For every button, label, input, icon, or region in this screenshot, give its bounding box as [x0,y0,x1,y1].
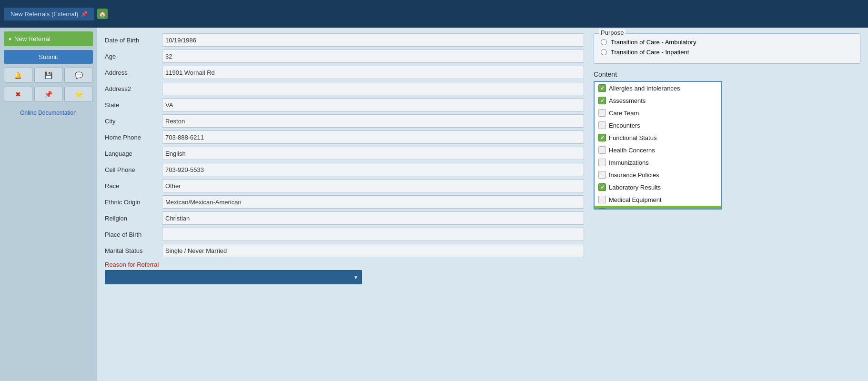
sidebar: New Referral Submit 🔔 💾 💬 ✖ 📌 ⭐ Online D… [0,28,97,381]
content-items-container: Allergies and IntolerancesAssessmentsCar… [595,82,721,210]
content-item-label-10: Medications [609,209,642,210]
dob-field[interactable] [162,33,584,47]
purpose-radio-0[interactable] [601,39,607,45]
content-item-label-2: Care Team [609,110,639,117]
content-item-4[interactable]: Functional Status [595,131,721,144]
form-row-race-field: Race [105,179,584,192]
marital-status-field[interactable] [162,244,584,257]
content-item-0[interactable]: Allergies and Intolerances [595,82,721,94]
content-item-1[interactable]: Assessments [595,94,721,107]
form-row-address2-field: Address2 [105,82,584,95]
content-item-label-7: Insurance Policies [609,171,659,179]
content-section: Content Allergies and IntolerancesAssess… [594,70,860,210]
ethnic-origin-field[interactable] [162,195,584,209]
content-item-9[interactable]: Medical Equipment [595,193,721,206]
city-field[interactable] [162,114,584,128]
content-item-2[interactable]: Care Team [595,107,721,119]
comment-button[interactable]: 💬 [64,68,93,83]
label-address2-field: Address2 [105,85,162,92]
save-button[interactable]: 💾 [34,68,63,83]
form-row-place-of-birth-field: Place of Birth [105,228,584,241]
content-label: Content [594,70,860,78]
toolbar-row-2: ✖ 📌 ⭐ [4,87,93,102]
form-row-language-field: Language [105,147,584,160]
label-home-phone-field: Home Phone [105,134,162,141]
purpose-options: Transition of Care - AmbulatoryTransitio… [601,39,853,56]
purpose-radio-1[interactable] [601,49,607,55]
content-checkbox-1 [598,97,606,104]
content-item-8[interactable]: Laboratory Results [595,181,721,193]
label-place-of-birth-field: Place of Birth [105,231,162,238]
title-bar: New Referrals (External) 📌 🏠 [0,0,868,28]
form-row-city-field: City [105,114,584,128]
toolbar-row-1: 🔔 💾 💬 [4,68,93,83]
home-phone-field[interactable] [162,130,584,144]
label-marital-status-field: Marital Status [105,247,162,254]
pin-button[interactable]: 📌 [34,87,63,102]
content-checkbox-8 [598,183,606,191]
label-dob-field: Date of Birth [105,37,162,44]
right-panel: Purpose Transition of Care - AmbulatoryT… [594,33,860,375]
state-field[interactable] [162,98,584,111]
label-state-field: State [105,101,162,109]
label-cell-phone-field: Cell Phone [105,166,162,173]
content-checkbox-10 [598,208,606,210]
form-row-home-phone-field: Home Phone [105,130,584,144]
content-item-label-3: Encounters [609,122,640,129]
reason-select[interactable] [105,270,362,284]
content-item-label-4: Functional Status [609,134,656,141]
purpose-radio-label-1: Transition of Care - Inpatient [611,49,689,56]
content-checkbox-5 [598,146,606,154]
online-documentation-link[interactable]: Online Documentation [4,110,93,116]
age-field[interactable] [162,50,584,63]
reason-select-wrapper [105,270,362,284]
label-address-field: Address [105,69,162,76]
new-referral-button[interactable]: New Referral [4,31,93,46]
address2-field[interactable] [162,82,584,95]
content-item-3[interactable]: Encounters [595,119,721,131]
content-item-6[interactable]: Immunizations [595,156,721,169]
content-list[interactable]: Allergies and IntolerancesAssessmentsCar… [594,81,722,210]
reason-section: Reason for Referral [105,261,584,284]
form-section: Date of BirthAgeAddressAddress2StateCity… [105,33,584,375]
alert-button[interactable]: 🔔 [4,68,32,83]
reason-label: Reason for Referral [105,261,584,268]
tab-new-referrals[interactable]: New Referrals (External) 📌 [4,8,94,20]
content-item-10[interactable]: Medications [595,206,721,210]
star-button[interactable]: ⭐ [64,87,93,102]
content-checkbox-9 [598,196,606,203]
close-button[interactable]: ✖ [4,87,32,102]
form-row-ethnic-origin-field: Ethnic Origin [105,195,584,209]
content-item-label-5: Health Concerns [609,147,655,154]
content-checkbox-2 [598,109,606,117]
content-item-7[interactable]: Insurance Policies [595,169,721,181]
address-field[interactable] [162,66,584,79]
submit-button[interactable]: Submit [4,50,93,64]
cell-phone-field[interactable] [162,163,584,176]
language-field[interactable] [162,147,584,160]
tab-label: New Referrals (External) [10,10,78,18]
form-row-dob-field: Date of Birth [105,33,584,47]
label-race-field: Race [105,182,162,190]
content-item-label-0: Allergies and Intolerances [609,85,680,92]
content-item-5[interactable]: Health Concerns [595,144,721,156]
purpose-box: Purpose Transition of Care - AmbulatoryT… [594,33,860,64]
label-ethnic-origin-field: Ethnic Origin [105,199,162,206]
main-layout: New Referral Submit 🔔 💾 💬 ✖ 📌 ⭐ Online D… [0,28,868,381]
purpose-radio-label-0: Transition of Care - Ambulatory [611,39,696,46]
form-fields: Date of BirthAgeAddressAddress2StateCity… [105,33,584,257]
religion-field[interactable] [162,211,584,225]
main-content: Date of BirthAgeAddressAddress2StateCity… [97,28,868,381]
content-item-label-6: Immunizations [609,159,649,166]
app-icon: 🏠 [97,9,108,19]
form-row-age-field: Age [105,50,584,63]
content-checkbox-0 [598,84,606,92]
content-checkbox-6 [598,159,606,166]
content-item-label-8: Laboratory Results [609,184,661,191]
tab-pin-icon: 📌 [81,11,88,17]
label-age-field: Age [105,53,162,60]
content-item-label-9: Medical Equipment [609,196,662,203]
place-of-birth-field[interactable] [162,228,584,241]
purpose-option-row-0: Transition of Care - Ambulatory [601,39,853,46]
race-field[interactable] [162,179,584,192]
